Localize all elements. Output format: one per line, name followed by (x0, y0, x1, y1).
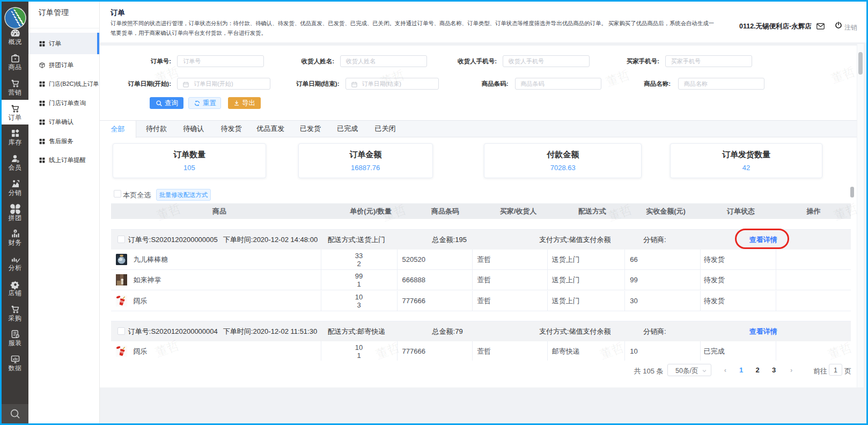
product-status: 待发货 (704, 291, 725, 311)
filter-input-row2-3[interactable]: 商品名称 (678, 78, 765, 90)
table-scrollbar[interactable] (850, 187, 854, 197)
cart-icon (2, 301, 28, 313)
sidebar-item-采购[interactable]: 采购 (2, 301, 28, 325)
column-divider (624, 341, 625, 361)
tab-待发货[interactable]: 待发货 (212, 121, 250, 137)
sidebar-item-财务[interactable]: 财务 (2, 225, 28, 250)
submenu-item-拼团订单[interactable]: 拼团订单 (28, 55, 99, 75)
sidebar-item-label: 营销 (2, 89, 28, 96)
table-header-cell: 订单状态 (727, 203, 755, 219)
submenu-item-订单确认[interactable]: 订单确认 (28, 113, 99, 132)
power-icon-wrap[interactable] (835, 21, 842, 31)
grid-icon (39, 119, 46, 126)
grid-icon (39, 80, 46, 87)
sidebar-item-label: 拼团 (2, 214, 28, 222)
page-input[interactable]: 1 (829, 364, 842, 376)
monitor-icon (10, 354, 21, 365)
sidebar-item-拼团[interactable]: 拼团 (2, 200, 28, 225)
sidebar-item-店铺[interactable]: 店铺 (2, 275, 28, 300)
filter-input-row1-3[interactable]: 买家手机号 (665, 55, 752, 67)
page-3[interactable]: 3 (772, 366, 776, 374)
submenu-item-订单[interactable]: 订单 (28, 33, 99, 54)
submenu-item-售后服务[interactable]: 售后服务 (28, 131, 99, 151)
filter-input-row1-0[interactable]: 订单号 (177, 55, 264, 67)
finance-icon (2, 225, 28, 238)
tab-全部[interactable]: 全部 (100, 121, 136, 138)
clothes-icon (10, 328, 21, 340)
filter-input-row2-1[interactable]: 订单日期(结束) (345, 78, 439, 90)
analysis-icon (10, 253, 21, 265)
prev-page-arrow[interactable]: ‹ (724, 366, 726, 374)
product-row: 阔乐 103 777666 萱哲 送货上门 30 待发货 (111, 291, 851, 311)
gear-icon (2, 275, 28, 288)
order-checkbox[interactable] (117, 236, 125, 243)
input-placeholder: 订单号 (178, 57, 201, 65)
product-price: 10 (355, 343, 363, 351)
blocks-icon (10, 128, 21, 139)
tab-已关闭[interactable]: 已关闭 (366, 121, 404, 137)
column-divider (547, 270, 548, 290)
column-divider (624, 291, 625, 311)
page-size-select[interactable]: 50条/页 (667, 364, 711, 376)
search-icon[interactable] (9, 408, 21, 420)
filter-input-row1-2[interactable]: 收货人手机号 (503, 55, 590, 67)
sidebar-item-概况[interactable]: 概况 (2, 24, 28, 49)
sidebar-item-label: 分析 (2, 264, 28, 272)
submenu-item-label: 订单确认 (49, 118, 73, 126)
cart-icon (2, 100, 28, 113)
power-icon[interactable] (835, 21, 842, 29)
page-1[interactable]: 1 (739, 366, 743, 374)
view-detail-link[interactable]: 查看详情 (749, 230, 777, 251)
sidebar-item-库存[interactable]: 库存 (2, 124, 28, 149)
mail-icon-wrap[interactable] (816, 22, 825, 32)
order-distributor: 分销商: (643, 230, 666, 251)
export-button[interactable]: 导出 (228, 97, 261, 109)
sidebar-item-服装[interactable]: 服装 (2, 325, 28, 350)
reset-button[interactable]: 重置 (188, 97, 221, 109)
submenu-item-门店订单查询[interactable]: 门店订单查询 (28, 93, 99, 113)
tab-优品直发[interactable]: 优品直发 (252, 121, 289, 137)
column-divider (776, 250, 776, 269)
order-delivery: 配送方式:邮寄快递 (328, 321, 386, 342)
tab-待付款[interactable]: 待付款 (137, 121, 175, 137)
sidebar-item-label: 采购 (2, 314, 28, 322)
logout-button[interactable]: 注销 (844, 23, 857, 32)
tab-待确认[interactable]: 待确认 (175, 121, 212, 137)
submenu-item-门店(B2C)线上订单[interactable]: 门店(B2C)线上订单 (28, 75, 99, 94)
sidebar-item-分销[interactable]: 分销 (2, 175, 28, 200)
sidebar-item-分析[interactable]: 分析 (2, 250, 28, 275)
cart-icon (10, 78, 21, 89)
next-page-arrow[interactable]: › (790, 366, 792, 374)
submenu-item-label: 订单 (49, 40, 61, 48)
column-divider (472, 341, 473, 361)
tab-已完成[interactable]: 已完成 (329, 121, 366, 137)
product-status: 待发货 (704, 250, 725, 270)
sidebar-item-数据[interactable]: 数据 (2, 350, 28, 375)
product-price-qty: 101 (355, 343, 363, 360)
order-number: 订单号:S2020120200000004 (128, 321, 218, 342)
search-button[interactable]: 查询 (150, 97, 183, 109)
sidebar-item-订单[interactable]: 订单 (2, 100, 28, 124)
sidebar-item-商品[interactable]: 商品 (2, 49, 28, 74)
input-placeholder: 商品名称 (679, 80, 708, 88)
shop-name: 0112.无锡便利店-永辉店 (739, 22, 812, 31)
submenu-item-线上订单提醒[interactable]: 线上订单提醒 (28, 151, 99, 170)
product-price: 10 (355, 293, 363, 301)
filter-input-row2-2[interactable]: 商品条码 (515, 78, 602, 90)
filter-input-row1-1[interactable]: 收货人姓名 (340, 55, 427, 67)
sidebar-item-营销[interactable]: 营销 (2, 75, 28, 99)
order-checkbox[interactable] (117, 327, 125, 335)
page-2[interactable]: 2 (756, 366, 760, 374)
sidebar-search[interactable] (2, 404, 28, 423)
mail-icon[interactable] (816, 23, 825, 30)
tab-已发货[interactable]: 已发货 (291, 121, 329, 137)
product-qty: 2 (355, 260, 363, 268)
page-scrollbar-thumb[interactable] (858, 52, 863, 75)
table-header: 商品单价(元)/数量商品条码买家/收货人配送方式实收金额(元)订单状态操作 (111, 203, 851, 219)
package-icon (39, 62, 46, 69)
clothes-icon (2, 325, 28, 338)
grid-icon (39, 157, 46, 164)
filter-input-row2-0[interactable]: 订单日期(开始) (177, 78, 270, 90)
view-detail-link[interactable]: 查看详情 (749, 321, 777, 342)
sidebar-item-会员[interactable]: 会员 (2, 150, 28, 174)
